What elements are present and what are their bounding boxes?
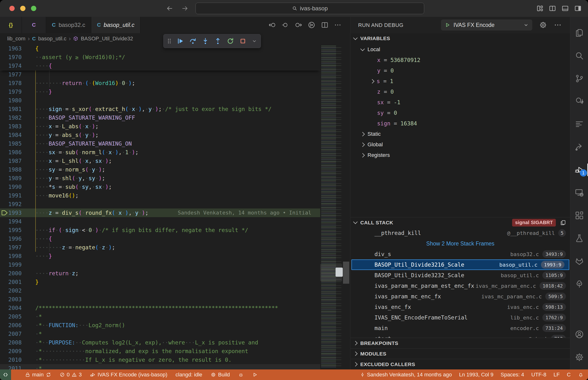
notifications-bell-icon[interactable] bbox=[578, 372, 584, 378]
maximize-traffic-light[interactable] bbox=[31, 6, 36, 11]
code-line-2001[interactable]: 2001} bbox=[0, 278, 320, 286]
indentation-status-item[interactable]: Spaces: 4 bbox=[501, 372, 524, 378]
launch-config-dropdown[interactable]: IVAS FX Encode bbox=[441, 19, 532, 31]
code-line-2003[interactable]: 2003 bbox=[0, 295, 320, 304]
branch-status-item[interactable]: main bbox=[25, 372, 51, 378]
blame-status-item[interactable]: Sandesh Venkatesh, 14 months ago bbox=[360, 372, 452, 378]
variable-row-sx[interactable]: sx = -1 bbox=[350, 97, 570, 108]
run-task-play-icon[interactable] bbox=[252, 372, 258, 378]
minimap[interactable] bbox=[320, 44, 342, 369]
build-status-item[interactable]: Build bbox=[210, 372, 230, 378]
tab-basop32[interactable]: C basop32.c bbox=[46, 17, 91, 33]
code-line-1997[interactable]: 1997········z·=·negate(·z·); bbox=[0, 243, 320, 252]
gitlab-icon[interactable] bbox=[574, 256, 584, 266]
breadcrumb-file[interactable]: basop_util.c bbox=[38, 36, 66, 42]
code-line-2010[interactable]: 2010·*·············If L_x is negative or… bbox=[0, 356, 320, 364]
todo-tree-icon[interactable] bbox=[574, 279, 584, 289]
reference-circle-icon[interactable] bbox=[282, 21, 289, 29]
code-line-1996[interactable]: 1996····{ bbox=[0, 234, 320, 243]
stack-frame-ivas_enc_fx[interactable]: ivas_enc_fx ivas_enc.c 598:13 bbox=[350, 302, 570, 312]
variable-scope-static[interactable]: Static bbox=[350, 129, 570, 139]
run-debug-icon[interactable]: 1 bbox=[574, 165, 584, 175]
tab-basop-util[interactable]: C basop_util.c bbox=[91, 17, 140, 33]
code-line-1989[interactable]: 1989····y·=·shl(·y,·sy·); bbox=[0, 174, 320, 183]
source-control-icon[interactable] bbox=[574, 74, 584, 83]
extensions-icon[interactable] bbox=[574, 211, 584, 220]
code-line-1994[interactable]: 1994 bbox=[0, 217, 320, 226]
call-stack-section-header[interactable]: CALL STACK signal SIGABRT bbox=[350, 217, 570, 228]
code-line-2006[interactable]: 2006·*··FUNCTION:···Log2_norm() bbox=[0, 321, 320, 330]
customize-layout-icon[interactable] bbox=[536, 4, 544, 12]
code-line-1988[interactable]: 1988····sy·=·norm_s(·y·); bbox=[0, 165, 320, 174]
modules-section-header[interactable]: MODULES bbox=[350, 348, 570, 359]
code-line-1986[interactable]: 1986····sx·=·sub(·norm_l(·x·),·1·); bbox=[0, 148, 320, 157]
toggle-panel-icon[interactable] bbox=[561, 4, 569, 12]
explorer-icon[interactable] bbox=[574, 28, 584, 38]
breadcrumb-symbol[interactable]: BASOP_Util_Divide32 bbox=[81, 36, 133, 42]
start-debug-icon[interactable] bbox=[444, 22, 451, 28]
bug-status-icon[interactable] bbox=[238, 372, 244, 378]
stack-frame-__pthread_kill[interactable]: __pthread_kill @__pthread_kill 5 bbox=[350, 228, 570, 238]
code-line-1999[interactable]: 1999 bbox=[0, 260, 320, 269]
code-line-1982[interactable]: 1982····BASOP_SATURATE_WARNING_OFF bbox=[0, 113, 320, 122]
split-editor-icon[interactable] bbox=[321, 21, 329, 29]
restart-icon[interactable] bbox=[227, 37, 234, 45]
run-to-line-icon[interactable] bbox=[307, 21, 316, 29]
stack-frame-IVAS_ENC_EncodeFrameToSerial[interactable]: IVAS_ENC_EncodeFrameToSerial lib_enc.c 1… bbox=[350, 312, 570, 323]
code-line-1995[interactable]: 1995····if·(·sign·<·0·)·/* if sign bits … bbox=[0, 226, 320, 234]
live-share-icon[interactable] bbox=[574, 142, 584, 152]
code-line-1984[interactable]: 1984····y·=·abs_s(·y·); bbox=[0, 131, 320, 139]
history-back-icon[interactable] bbox=[166, 5, 173, 12]
variable-row-y[interactable]: y = 0 bbox=[350, 65, 570, 76]
code-line-1983[interactable]: 1983····x·=·L_abs(·x·); bbox=[0, 122, 320, 131]
variable-row-sy[interactable]: sy = 0 bbox=[350, 108, 570, 118]
code-line-1981[interactable]: 1981····sign·=·s_xor(·extract_h(·x·),·y·… bbox=[0, 105, 320, 113]
tab-c-file[interactable]: C bbox=[22, 17, 46, 33]
variables-section-header[interactable]: VARIABLES bbox=[350, 33, 570, 44]
command-center-search[interactable]: ivas-basop bbox=[195, 3, 424, 14]
variable-row-x[interactable]: x = 536870912 bbox=[350, 55, 570, 65]
settings-gear-icon[interactable] bbox=[574, 352, 584, 362]
code-line-1992[interactable]: 1992 bbox=[0, 200, 320, 209]
code-line-1998[interactable]: 1998····} bbox=[0, 252, 320, 260]
problems-status-item[interactable]: 0 3 bbox=[59, 372, 82, 378]
breadcrumb-folder[interactable]: lib_com bbox=[7, 36, 25, 42]
history-forward-icon[interactable] bbox=[181, 5, 188, 12]
code-line-2007[interactable]: 2007·* bbox=[0, 330, 320, 338]
cursor-position-status-item[interactable]: Ln 1993, Col 9 bbox=[459, 372, 493, 378]
minimize-traffic-light[interactable] bbox=[20, 6, 25, 11]
code-line-2000[interactable]: 2000····return·z; bbox=[0, 269, 320, 278]
code-line-1970[interactable]: 1970··assert (y ≥ (Word16)0);*/ bbox=[0, 53, 320, 61]
code-line-2002[interactable]: 2002 bbox=[0, 286, 320, 295]
breakpoints-section-header[interactable]: BREAKPOINTS bbox=[350, 338, 570, 348]
minimap-drag-handle[interactable] bbox=[336, 267, 343, 277]
output-lines-icon[interactable] bbox=[574, 119, 584, 129]
encoding-status-item[interactable]: UTF-8 bbox=[531, 372, 546, 378]
code-line-1990[interactable]: 1990····*s·=·sub(·sy,·sx·); bbox=[0, 183, 320, 191]
remote-explorer-icon[interactable] bbox=[574, 188, 584, 197]
code-line-1963[interactable]: 1963{ bbox=[0, 44, 320, 53]
reference-forward-icon[interactable] bbox=[294, 21, 302, 29]
stack-frame-ivas_param_mc_enc_fx[interactable]: ivas_param_mc_enc_fx ivas_mc_param_enc.c… bbox=[350, 291, 570, 302]
variable-row-z[interactable]: z = 0 bbox=[350, 86, 570, 97]
remote-indicator[interactable] bbox=[0, 369, 11, 380]
language-mode-status-item[interactable]: C bbox=[567, 372, 571, 378]
more-actions-icon[interactable] bbox=[334, 21, 341, 29]
code-line-1977[interactable]: 1977 bbox=[0, 70, 320, 79]
reference-back-icon[interactable] bbox=[268, 21, 276, 29]
variable-row-sign[interactable]: sign = 16384 bbox=[350, 118, 570, 129]
variable-scope-global[interactable]: Global bbox=[350, 139, 570, 150]
show-more-stack-frames-link[interactable]: Show 2 More Stack Frames bbox=[350, 238, 570, 249]
stack-frame-div_s[interactable]: div_s basop32.c 3493:9 bbox=[350, 249, 570, 259]
close-traffic-light[interactable] bbox=[9, 6, 15, 11]
code-line-1987[interactable]: 1987····x·=·L_shl(·x,·sx·); bbox=[0, 157, 320, 165]
stack-frame-main[interactable]: main encoder.c 731:24 bbox=[350, 323, 570, 333]
variable-scope-local[interactable]: Local bbox=[350, 44, 570, 55]
code-line-1979[interactable]: 1979····} bbox=[0, 87, 320, 96]
code-line-2008[interactable]: 2008·*··PURPOSE:··Computes log2(L_x, exp… bbox=[0, 338, 320, 347]
debug-target-status-item[interactable]: IVAS FX Encode (ivas-basop) bbox=[90, 372, 167, 378]
search-icon[interactable] bbox=[574, 51, 584, 60]
search-editor-icon[interactable] bbox=[574, 96, 584, 106]
copy-call-stack-icon[interactable] bbox=[560, 219, 566, 226]
variable-scope-registers[interactable]: Registers bbox=[350, 150, 570, 160]
